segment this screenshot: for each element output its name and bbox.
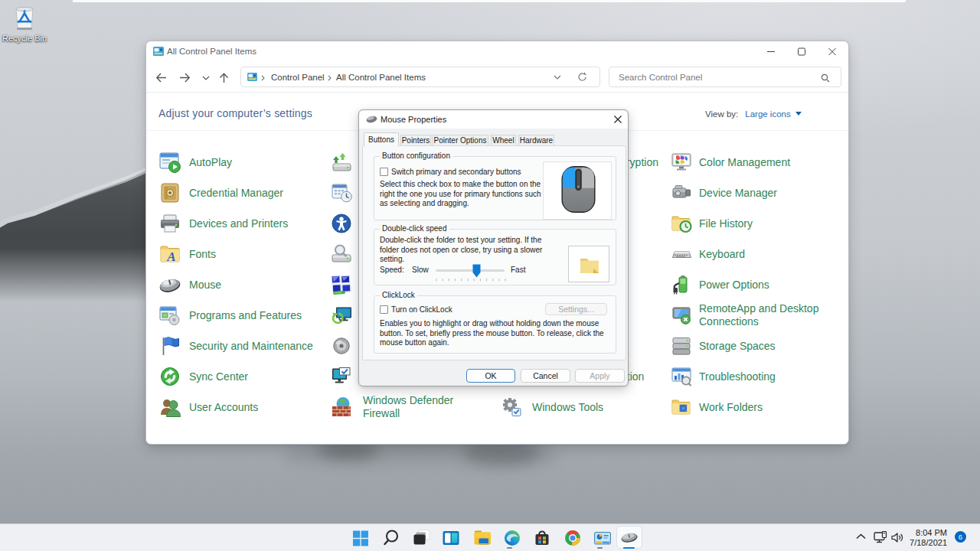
svg-text:A: A [166,249,175,263]
